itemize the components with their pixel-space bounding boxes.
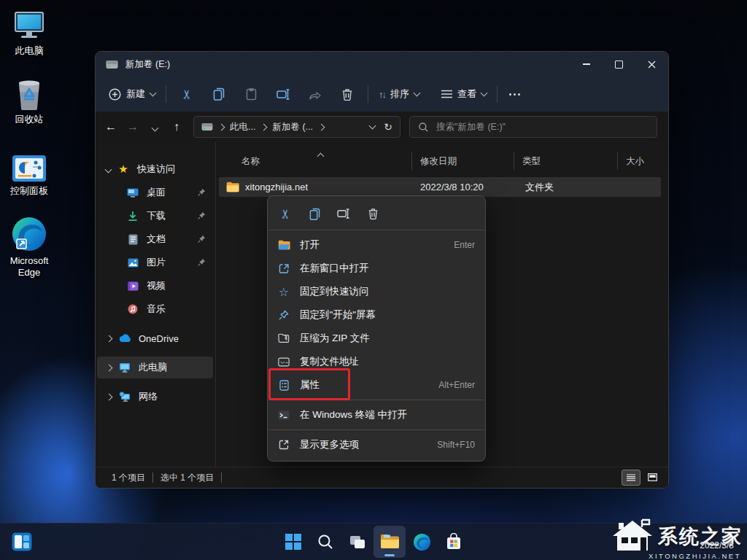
drive-icon bbox=[201, 122, 213, 131]
paste-icon bbox=[246, 88, 257, 101]
search-box[interactable] bbox=[409, 116, 657, 138]
file-type: 文件夹 bbox=[525, 181, 554, 194]
breadcrumb[interactable]: 此电... 新加卷 (... ↻ bbox=[193, 116, 400, 138]
copy-button[interactable] bbox=[304, 203, 325, 224]
sidebar-item-downloads[interactable]: 下载 bbox=[97, 205, 213, 227]
file-explorer-button[interactable] bbox=[374, 526, 406, 558]
documents-icon bbox=[126, 233, 139, 246]
delete-button[interactable] bbox=[331, 82, 363, 106]
show-more-icon bbox=[276, 438, 291, 451]
sidebar-item-pictures[interactable]: 图片 bbox=[97, 252, 213, 273]
widgets-button[interactable] bbox=[6, 526, 38, 558]
paste-button[interactable] bbox=[235, 82, 267, 106]
history-dropdown[interactable] bbox=[144, 120, 166, 133]
rename-icon bbox=[276, 89, 290, 100]
column-modified[interactable]: 修改日期 bbox=[420, 155, 457, 168]
this-pc-icon bbox=[118, 361, 131, 374]
menu-item-shortcut: Alt+Enter bbox=[438, 380, 475, 390]
sidebar-item-videos[interactable]: 视频 bbox=[97, 275, 213, 297]
column-size[interactable]: 大小 bbox=[626, 155, 644, 168]
delete-icon bbox=[368, 208, 378, 219]
sidebar: ★ 快速访问 桌面 下载 文档 图片 bbox=[96, 142, 216, 467]
menu-item-label: 打开 bbox=[300, 238, 320, 252]
maximize-button[interactable] bbox=[603, 52, 635, 77]
breadcrumb-this-pc[interactable]: 此电... bbox=[230, 121, 255, 133]
desktop-folder-icon bbox=[126, 186, 139, 199]
details-view-toggle[interactable] bbox=[622, 470, 640, 486]
rename-button[interactable] bbox=[333, 203, 354, 224]
sidebar-item-label: 视频 bbox=[147, 279, 166, 292]
title-bar: 新加卷 (E:) bbox=[96, 52, 668, 77]
menu-item-open[interactable]: 打开 Enter bbox=[268, 233, 485, 257]
context-menu: ✂ 打开 Enter 在新窗口中打开 ☆ 固定到快速访问 固定到"开始"屏幕 bbox=[267, 195, 486, 462]
icons-view-toggle[interactable] bbox=[643, 470, 661, 484]
minimize-button[interactable] bbox=[570, 52, 603, 77]
desktop-icon-label: 控制面板 bbox=[3, 185, 55, 197]
chevron-right-icon bbox=[106, 335, 113, 342]
search-button[interactable] bbox=[309, 526, 341, 558]
sidebar-item-onedrive[interactable]: OneDrive bbox=[97, 327, 213, 349]
sidebar-item-network[interactable]: 网络 bbox=[97, 386, 213, 408]
forward-button[interactable]: → bbox=[122, 120, 144, 133]
up-button[interactable]: ↑ bbox=[166, 120, 187, 133]
sidebar-item-this-pc[interactable]: 此电脑 bbox=[97, 357, 213, 378]
close-button[interactable] bbox=[635, 52, 668, 77]
cut-button[interactable]: ✂ bbox=[275, 203, 295, 224]
sidebar-item-documents[interactable]: 文档 bbox=[97, 228, 213, 250]
edge-button[interactable] bbox=[406, 526, 438, 558]
delete-icon bbox=[342, 88, 352, 101]
open-new-window-icon bbox=[276, 262, 291, 275]
sidebar-item-quick-access[interactable]: ★ 快速访问 bbox=[97, 158, 213, 180]
menu-item-open-windows-terminal[interactable]: 在 Windows 终端 中打开 bbox=[268, 403, 485, 427]
selected-count: 选中 1 个项目 bbox=[160, 472, 214, 484]
desktop-icon-recycle-bin[interactable]: 回收站 bbox=[3, 74, 55, 125]
copy-path-icon bbox=[276, 355, 291, 368]
desktop-icon-edge[interactable]: Microsoft Edge bbox=[3, 216, 55, 279]
share-icon bbox=[309, 89, 322, 100]
new-button[interactable]: 新建 bbox=[103, 83, 161, 105]
breadcrumb-current[interactable]: 新加卷 (... bbox=[272, 121, 313, 133]
view-icon bbox=[441, 90, 452, 98]
store-button[interactable] bbox=[438, 526, 470, 558]
desktop-icon-control-panel[interactable]: 控制面板 bbox=[3, 146, 55, 197]
share-button[interactable] bbox=[299, 82, 331, 106]
column-name[interactable]: 名称 bbox=[241, 155, 260, 168]
desktop-icon-this-pc[interactable]: 此电脑 bbox=[3, 6, 55, 57]
rename-button[interactable] bbox=[267, 82, 299, 106]
sidebar-item-label: 图片 bbox=[147, 256, 166, 269]
sidebar-item-music[interactable]: 音乐 bbox=[97, 298, 213, 320]
rename-icon bbox=[337, 209, 350, 219]
sidebar-item-desktop[interactable]: 桌面 bbox=[97, 182, 213, 203]
column-separator[interactable] bbox=[514, 152, 514, 170]
sidebar-item-label: 下载 bbox=[147, 209, 166, 222]
column-type[interactable]: 类型 bbox=[522, 155, 541, 168]
menu-item-show-more-options[interactable]: 显示更多选项 Shift+F10 bbox=[268, 433, 485, 456]
more-button[interactable] bbox=[502, 82, 527, 106]
sort-button[interactable]: ↑↓ 排序 bbox=[373, 83, 425, 105]
file-row-selected[interactable]: xitongzhijia.net 2022/3/8 10:20 文件夹 bbox=[219, 177, 661, 197]
back-button[interactable]: ← bbox=[100, 120, 122, 133]
search-input[interactable] bbox=[435, 121, 642, 133]
cut-button[interactable]: ✂ bbox=[171, 82, 203, 106]
videos-icon bbox=[126, 279, 139, 292]
menu-item-compress-zip[interactable]: 压缩为 ZIP 文件 bbox=[268, 327, 485, 350]
menu-item-pin-quick-access[interactable]: ☆ 固定到快速访问 bbox=[268, 280, 485, 303]
status-separator bbox=[221, 472, 222, 483]
view-button[interactable]: 查看 bbox=[436, 83, 492, 105]
copy-button[interactable] bbox=[203, 82, 235, 106]
task-view-button[interactable] bbox=[341, 526, 374, 558]
sidebar-item-label: 此电脑 bbox=[139, 361, 167, 374]
menu-item-label: 在新窗口中打开 bbox=[300, 262, 369, 275]
chevron-down-icon bbox=[150, 90, 157, 97]
delete-button[interactable] bbox=[363, 203, 383, 224]
menu-item-open-new-window[interactable]: 在新窗口中打开 bbox=[268, 257, 485, 280]
tray-date: 2022/3/8 bbox=[700, 540, 734, 551]
column-separator[interactable] bbox=[617, 152, 618, 170]
address-dropdown-icon[interactable] bbox=[369, 122, 376, 130]
network-icon bbox=[118, 390, 131, 403]
menu-item-label: 固定到快速访问 bbox=[300, 285, 369, 298]
column-separator[interactable] bbox=[411, 152, 412, 170]
refresh-icon[interactable]: ↻ bbox=[384, 121, 392, 133]
start-button[interactable] bbox=[277, 526, 309, 558]
menu-item-pin-to-start[interactable]: 固定到"开始"屏幕 bbox=[268, 303, 485, 327]
